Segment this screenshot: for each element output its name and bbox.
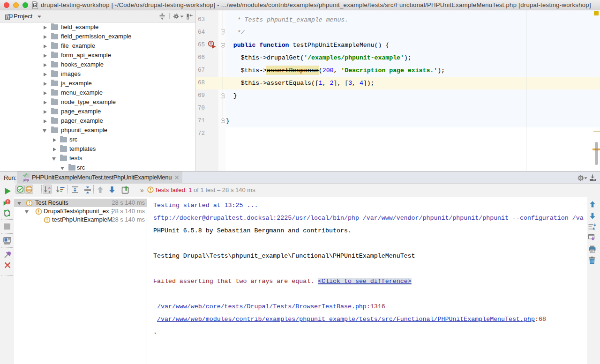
svg-text:php: php [23,178,29,182]
svg-text:z: z [49,190,51,194]
